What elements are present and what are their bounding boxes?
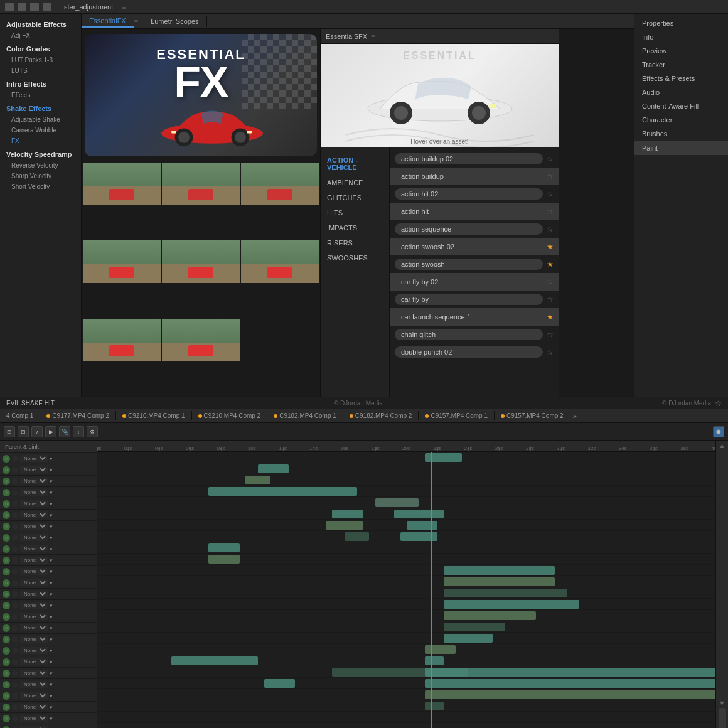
sfx-cat-swooshes[interactable]: SWOOSHES — [321, 250, 389, 265]
sfx-cat-glitches[interactable]: GLITCHES — [321, 190, 389, 205]
thumb-6[interactable] — [241, 240, 319, 283]
clip-block-9-1[interactable] — [208, 543, 239, 552]
clip-block-14-1[interactable] — [444, 600, 580, 609]
panel-item-adj-fx[interactable]: Adj FX — [0, 30, 81, 41]
clip-block-1-2[interactable] — [425, 453, 462, 462]
timeline-tab-3[interactable]: C9210.MP4 Comp 2 — [192, 411, 268, 420]
track-solo-19[interactable] — [12, 659, 18, 665]
track-dropdown-1[interactable]: None — [20, 455, 48, 462]
track-dropdown-24[interactable]: None — [20, 715, 48, 722]
track-solo-15[interactable] — [12, 614, 18, 620]
right-panel-content-aware[interactable]: Content-Aware Fill — [634, 99, 728, 113]
tool-icon-1[interactable] — [5, 3, 14, 11]
sfx-star-1[interactable]: ☆ — [547, 172, 554, 181]
track-dropdown-13[interactable]: None — [20, 591, 48, 597]
track-dropdown-22[interactable]: None — [20, 692, 48, 699]
right-panel-character[interactable]: Character — [634, 113, 728, 127]
sfx-item-10[interactable]: chain glitch ☆ — [390, 326, 559, 343]
track-dropdown-2[interactable]: None — [20, 466, 48, 473]
scroll-thumb[interactable] — [719, 708, 726, 728]
track-solo-13[interactable] — [12, 591, 18, 597]
track-dropdown-23[interactable]: None — [20, 704, 48, 710]
track-eye-18[interactable]: ○ — [3, 647, 10, 655]
clip-block-15-1[interactable] — [444, 611, 537, 620]
clip-block-16-1[interactable] — [444, 623, 506, 631]
clip-block-3-1[interactable] — [245, 476, 270, 484]
ctrl-end[interactable]: ⬢ — [713, 426, 724, 437]
track-eye-21[interactable]: ○ — [3, 681, 10, 688]
right-panel-paint-menu[interactable]: ⋯ — [714, 144, 720, 152]
track-dropdown-6[interactable]: None — [20, 511, 48, 518]
sfx-star-9[interactable]: ★ — [547, 313, 554, 321]
thumb-1[interactable] — [83, 163, 161, 205]
panel-item-lut-packs[interactable]: LUT Packs 1-3 — [0, 55, 81, 65]
right-panel-paint[interactable]: Paint ⋯ — [634, 141, 728, 155]
sfx-star-7[interactable]: ☆ — [547, 277, 554, 286]
track-eye-8[interactable]: ○ — [3, 534, 10, 542]
track-dropdown-12[interactable]: None — [20, 579, 48, 586]
right-panel-audio[interactable]: Audio — [634, 85, 728, 99]
track-dropdown-15[interactable]: None — [20, 613, 48, 620]
clip-block-5-2[interactable] — [375, 498, 419, 507]
track-eye-2[interactable]: ○ — [3, 466, 10, 474]
essentialfx-menu-icon[interactable]: ≡ — [134, 18, 138, 25]
track-solo-3[interactable] — [12, 478, 18, 484]
track-dropdown-14[interactable]: None — [20, 602, 48, 609]
tool-icon-2[interactable] — [18, 3, 26, 11]
track-dropdown-18[interactable]: None — [20, 647, 48, 654]
thumb-7[interactable] — [83, 319, 161, 361]
track-eye-3[interactable]: ○ — [3, 478, 10, 485]
track-solo-21[interactable] — [12, 682, 18, 688]
panel-item-short[interactable]: Short Velocity — [0, 181, 81, 192]
track-dropdown-5[interactable]: None — [20, 500, 48, 507]
track-eye-4[interactable]: ○ — [3, 489, 10, 496]
clip-block-7-1[interactable] — [326, 521, 363, 530]
ctrl-expand[interactable]: ⊞ — [4, 426, 15, 437]
clip-block-8-2[interactable] — [400, 532, 437, 541]
sfx-item-7[interactable]: car fly by 02 ☆ — [390, 273, 559, 291]
track-dropdown-19[interactable]: None — [20, 658, 48, 665]
panel-item-effects[interactable]: Effects — [0, 90, 81, 100]
track-eye-1[interactable]: ○ — [3, 455, 10, 463]
panel-item-luts[interactable]: LUTS — [0, 65, 81, 76]
track-eye-10[interactable]: ○ — [3, 557, 10, 564]
sfx-item-4[interactable]: action sequence ☆ — [390, 220, 559, 238]
track-solo-8[interactable] — [12, 535, 18, 541]
track-eye-13[interactable]: ○ — [3, 591, 10, 598]
clip-block-22-1[interactable] — [425, 690, 715, 699]
track-eye-16[interactable]: ○ — [3, 624, 10, 632]
sfx-item-2[interactable]: action hit 02 ☆ — [390, 185, 559, 203]
track-solo-22[interactable] — [12, 693, 18, 699]
clip-block-6-2[interactable] — [394, 510, 444, 518]
sfx-cat-risers[interactable]: RISERS — [321, 235, 389, 250]
track-solo-2[interactable] — [12, 467, 18, 473]
thumb-2[interactable] — [162, 163, 240, 205]
right-panel-brushes[interactable]: Brushes — [634, 127, 728, 141]
track-solo-18[interactable] — [12, 648, 18, 654]
tool-icon-4[interactable] — [43, 3, 51, 11]
clip-block-17-1[interactable] — [444, 634, 493, 643]
track-dropdown-9[interactable]: None — [20, 545, 48, 552]
timeline-tab-7[interactable]: C9157.MP4 Comp 2 — [495, 411, 570, 420]
right-panel-effects-presets[interactable]: Effects & Presets — [634, 72, 728, 85]
track-solo-17[interactable] — [12, 636, 18, 643]
track-solo-5[interactable] — [12, 501, 18, 507]
clip-block-10-1[interactable] — [208, 555, 239, 564]
panel-item-adj-shake[interactable]: Adjustable Shake — [0, 114, 81, 125]
ctrl-attach[interactable]: 📎 — [59, 426, 70, 437]
track-solo-4[interactable] — [12, 490, 18, 496]
track-solo-12[interactable] — [12, 580, 18, 586]
track-eye-7[interactable]: ○ — [3, 523, 10, 530]
track-solo-24[interactable] — [12, 715, 18, 722]
clip-block-13-1[interactable] — [444, 589, 567, 597]
sfx-star-11[interactable]: ☆ — [547, 348, 554, 356]
sfx-item-1[interactable]: action buildup ☆ — [390, 168, 559, 185]
sfx-star-8[interactable]: ☆ — [547, 295, 554, 304]
track-solo-14[interactable] — [12, 602, 18, 609]
track-solo-23[interactable] — [12, 704, 18, 710]
panel-item-sharp[interactable]: Sharp Velocity — [0, 171, 81, 181]
track-solo-6[interactable] — [12, 512, 18, 518]
timeline-tab-2[interactable]: C9210.MP4 Comp 1 — [116, 411, 192, 420]
sfx-star-0[interactable]: ☆ — [547, 154, 554, 163]
sfx-star-4[interactable]: ☆ — [547, 225, 554, 233]
